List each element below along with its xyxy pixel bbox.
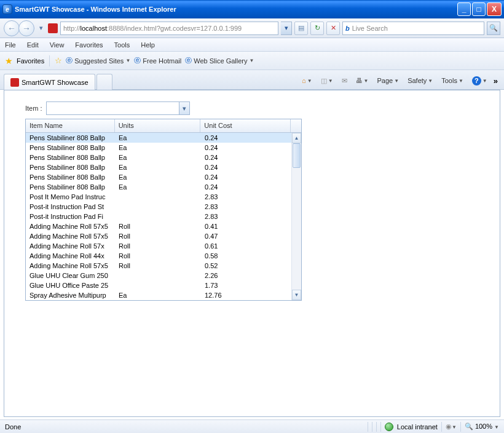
menu-view[interactable]: View <box>50 41 65 49</box>
menu-favorites[interactable]: Favorites <box>75 41 103 49</box>
cell-cost: 0.24 <box>201 183 291 191</box>
add-favorite-icon[interactable]: ☆ <box>55 56 62 65</box>
minimize-button[interactable]: _ <box>457 2 471 16</box>
ie-small-icon: ⓔ <box>134 56 141 65</box>
cell-units: Roll <box>115 252 201 260</box>
table-row[interactable]: Adding Machine Roll 57x5Roll0.41 <box>26 221 291 231</box>
cell-name: Pens Stabiliner 808 Ballp <box>26 173 115 181</box>
table-row[interactable]: Adding Machine Roll 57xRoll0.61 <box>26 241 291 251</box>
table-row[interactable]: Pens Stabiliner 808 BallpEa0.24 <box>26 162 291 172</box>
statusbar-right: Local intranet ◉▼ 🔍 100% ▼ <box>368 422 499 432</box>
cell-cost: 1.73 <box>201 282 291 289</box>
suggested-sites-link[interactable]: ⓔ Suggested Sites ▼ <box>66 56 130 65</box>
menu-file[interactable]: File <box>5 41 16 49</box>
status-text: Done <box>5 423 21 431</box>
refresh-button[interactable]: ↻ <box>310 22 324 35</box>
tools-menu[interactable]: Tools▼ <box>439 76 466 85</box>
table-row[interactable]: Post It Memo Pad Instruc2.83 <box>26 192 291 202</box>
scrollbar-thumb[interactable] <box>293 143 301 168</box>
url-path: /index.html?gwt.codesvr=127.0.0.1:999 <box>124 25 242 32</box>
zoom-button[interactable]: 🔍 100% ▼ <box>465 423 499 431</box>
table-row[interactable]: Spray Adhesive MultipurpEa12.76 <box>26 290 291 300</box>
item-combo-button[interactable]: ▾ <box>179 101 190 115</box>
compat-view-button[interactable]: ▤ <box>294 22 308 35</box>
menu-help[interactable]: Help <box>141 41 155 49</box>
cell-name: Post-it Instruction Pad St <box>26 203 115 210</box>
table-row[interactable]: Adding Machine Roll 57x5Roll0.52 <box>26 261 291 271</box>
table-row[interactable]: Post-it Instruction Pad St2.83 <box>26 202 291 212</box>
zoom-value: 100% <box>475 423 492 430</box>
back-button[interactable]: ← <box>4 20 20 36</box>
web-slice-label: Web Slice Gallery <box>194 57 247 65</box>
address-bar[interactable]: http://localhost:8888/index.html?gwt.cod… <box>60 22 278 35</box>
grid-header: Item Name Units Unit Cost <box>26 119 301 133</box>
menu-edit[interactable]: Edit <box>27 41 39 49</box>
scrollbar-down-button[interactable]: ▼ <box>292 290 301 300</box>
cell-cost: 0.47 <box>201 232 291 240</box>
tab-active[interactable]: SmartGWT Showcase <box>4 74 95 90</box>
menu-tools[interactable]: Tools <box>114 41 130 49</box>
col-header-units[interactable]: Units <box>115 119 201 132</box>
cell-units: Roll <box>115 242 201 250</box>
safety-menu[interactable]: Safety▼ <box>405 76 435 85</box>
close-button[interactable]: X <box>487 2 502 16</box>
overflow-button[interactable]: » <box>494 76 498 85</box>
page-menu[interactable]: Page▼ <box>375 76 402 85</box>
url-protocol: http:// <box>63 25 81 32</box>
cell-cost: 0.24 <box>201 164 291 171</box>
address-dropdown[interactable]: ▾ <box>281 22 292 35</box>
table-row[interactable]: Pens Stabiliner 808 BallpEa0.24 <box>26 153 291 162</box>
cell-units: Roll <box>115 262 201 269</box>
col-header-scroll <box>291 119 301 132</box>
cell-name: Post-it Instruction Pad Fi <box>26 213 115 220</box>
cell-units: Ea <box>115 134 201 141</box>
cell-units: Ea <box>115 164 201 171</box>
cell-name: Glue UHU Office Paste 25 <box>26 282 115 289</box>
web-slice-link[interactable]: ⓔ Web Slice Gallery ▼ <box>185 56 254 65</box>
tab-favicon-icon <box>10 78 19 87</box>
cell-cost: 2.83 <box>201 203 291 210</box>
table-row[interactable]: Post-it Instruction Pad Fi2.83 <box>26 212 291 221</box>
menubar: File Edit View Favorites Tools Help <box>0 38 504 52</box>
table-row[interactable]: Pens Stabiliner 808 BallpEa0.24 <box>26 133 291 143</box>
table-row[interactable]: Adding Machine Roll 44xRoll0.58 <box>26 251 291 261</box>
search-box[interactable]: b Live Search <box>342 22 484 35</box>
zone-text: Local intranet <box>397 423 438 431</box>
favorites-button[interactable]: Favorites <box>17 57 44 65</box>
table-row[interactable]: Pens Stabiliner 808 BallpEa0.24 <box>26 182 291 192</box>
table-row[interactable]: Pens Stabiliner 808 BallpEa0.24 <box>26 143 291 153</box>
table-row[interactable]: Adding Machine Roll 57x5Roll0.47 <box>26 231 291 241</box>
favorites-bar: ★ Favorites ☆ ⓔ Suggested Sites ▼ ⓔ Free… <box>0 52 504 70</box>
item-combo-input[interactable] <box>46 101 179 115</box>
data-grid: Item Name Units Unit Cost Pens Stabiline… <box>25 119 302 301</box>
cell-cost: 0.52 <box>201 262 291 269</box>
stop-button[interactable]: ✕ <box>326 22 340 35</box>
cell-units: Ea <box>115 173 201 181</box>
col-header-cost[interactable]: Unit Cost <box>200 119 291 132</box>
table-row[interactable]: Pens Stabiliner 808 BallpEa0.24 <box>26 172 291 182</box>
titlebar: SmartGWT Showcase - Windows Internet Exp… <box>0 0 504 18</box>
table-row[interactable]: Glue UHU Office Paste 251.73 <box>26 280 291 290</box>
new-tab-button[interactable] <box>96 74 112 90</box>
print-button[interactable]: 🖶▼ <box>353 76 371 85</box>
col-header-name[interactable]: Item Name <box>26 119 115 132</box>
read-mail-button[interactable]: ✉ <box>339 76 350 86</box>
help-button[interactable]: ?▼ <box>470 75 490 87</box>
maximize-button[interactable]: □ <box>472 2 486 16</box>
feeds-button[interactable]: ◫▼ <box>318 76 336 86</box>
grid-scrollbar: ▲ ▼ <box>291 133 301 300</box>
grid-body: Pens Stabiliner 808 BallpEa0.24Pens Stab… <box>26 133 301 300</box>
table-row[interactable]: Glue UHU Clear Gum 2502.26 <box>26 271 291 280</box>
protected-mode-button[interactable]: ◉▼ <box>446 423 457 431</box>
search-button[interactable]: 🔍 <box>487 22 500 35</box>
cell-units: Ea <box>115 144 201 151</box>
chevron-down-icon: ▼ <box>125 58 130 63</box>
scrollbar-up-button[interactable]: ▲ <box>292 133 301 143</box>
cell-name: Adding Machine Roll 57x <box>26 242 115 250</box>
forward-button[interactable]: → <box>18 20 34 36</box>
free-hotmail-link[interactable]: ⓔ Free Hotmail <box>134 56 181 65</box>
home-button[interactable]: ⌂▼ <box>299 76 315 85</box>
printer-icon: 🖶 <box>356 77 363 84</box>
nav-history-dropdown[interactable]: ▾ <box>37 22 45 34</box>
item-form-row: Item : ▾ <box>25 101 500 115</box>
